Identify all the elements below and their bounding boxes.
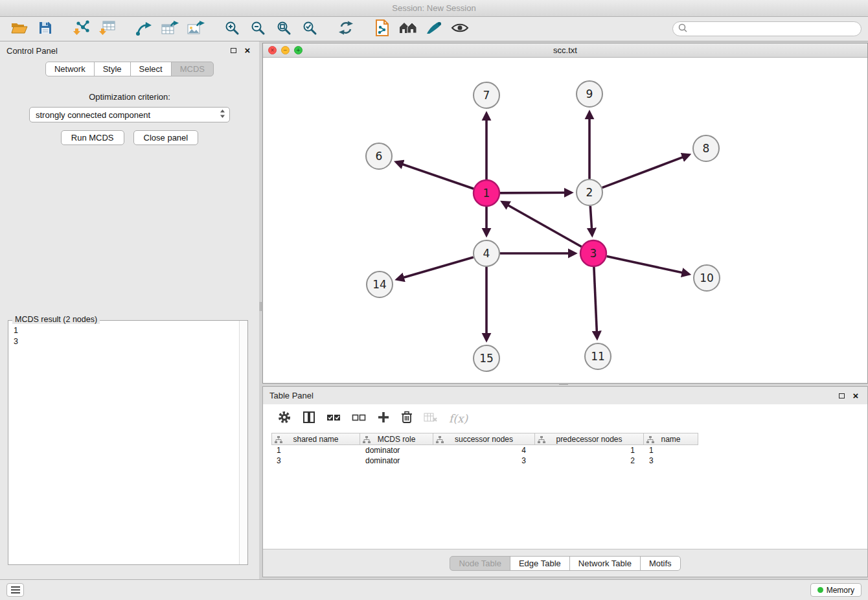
column-header-filler: [698, 433, 862, 445]
table-panel: Table Panel × f(x) shared nameMCDS roles…: [262, 386, 868, 577]
table-row[interactable]: 1dominator411: [271, 445, 862, 456]
tab-network-table[interactable]: Network Table: [569, 556, 641, 571]
table-cell[interactable]: 3: [644, 456, 698, 466]
tab-network[interactable]: Network: [45, 62, 95, 76]
result-scrollbar[interactable]: [239, 321, 247, 564]
table-cell[interactable]: dominator: [360, 445, 433, 456]
window-minimize-icon[interactable]: −: [281, 46, 290, 54]
horizontal-splitter[interactable]: [262, 384, 868, 386]
edge-1-2[interactable]: [500, 192, 571, 193]
edge-3-10[interactable]: [607, 257, 689, 275]
window-close-icon[interactable]: ×: [268, 46, 277, 54]
node-7[interactable]: 7: [474, 82, 499, 108]
tab-edge-table[interactable]: Edge Table: [510, 556, 570, 571]
import-network-button[interactable]: [69, 19, 95, 40]
table-cell[interactable]: 2: [535, 456, 644, 466]
select-all-button[interactable]: [326, 413, 341, 424]
column-header-successor-nodes[interactable]: successor nodes: [433, 433, 535, 445]
tab-node-table[interactable]: Node Table: [450, 556, 510, 571]
tab-mcds[interactable]: MCDS: [171, 62, 214, 76]
zoom-selected-button[interactable]: [297, 19, 323, 40]
select-all-icon: [326, 413, 341, 424]
apply-layout-button[interactable]: [333, 19, 359, 40]
column-header-name[interactable]: name: [643, 433, 698, 445]
close-panel-button[interactable]: Close panel: [133, 130, 199, 145]
memory-button[interactable]: Memory: [810, 583, 862, 597]
table-cell[interactable]: 1: [535, 445, 644, 456]
table-cell[interactable]: 4: [433, 445, 535, 456]
network-window-title: scc.txt: [553, 45, 577, 55]
zoom-fit-button[interactable]: [271, 19, 297, 40]
edge-3-1[interactable]: [502, 202, 581, 247]
network-file-button[interactable]: [369, 19, 395, 40]
float-table-panel-icon[interactable]: [836, 391, 847, 401]
table-cell[interactable]: 1: [644, 445, 698, 456]
export-image-button[interactable]: [183, 19, 209, 40]
table-cell[interactable]: dominator: [360, 456, 433, 466]
add-column-button[interactable]: [377, 411, 390, 426]
node-10[interactable]: 10: [694, 265, 720, 291]
import-table-button[interactable]: [95, 19, 120, 40]
search-input[interactable]: [691, 25, 856, 34]
open-file-button[interactable]: [6, 19, 32, 40]
node-6[interactable]: 6: [366, 143, 392, 169]
edge-2-3[interactable]: [590, 206, 592, 235]
svg-text:8: 8: [703, 142, 710, 155]
node-2[interactable]: 2: [577, 179, 602, 205]
node-14[interactable]: 14: [367, 271, 393, 297]
apply-style-button[interactable]: [421, 19, 447, 40]
float-panel-icon[interactable]: [228, 45, 238, 56]
node-9[interactable]: 9: [577, 81, 602, 107]
window-zoom-icon[interactable]: +: [294, 46, 303, 54]
table-panel-title: Table Panel: [269, 391, 832, 400]
edge-1-6[interactable]: [396, 162, 474, 189]
show-columns-button[interactable]: [303, 411, 315, 426]
memory-status-icon: [817, 587, 823, 593]
control-panel-tabs: NetworkStyleSelectMCDS: [0, 62, 259, 76]
export-network-button[interactable]: [131, 19, 157, 40]
table-cell[interactable]: 1: [271, 445, 360, 456]
edge-3-11[interactable]: [594, 267, 597, 338]
save-session-button[interactable]: [32, 19, 58, 40]
export-table-button[interactable]: [157, 19, 183, 40]
node-4[interactable]: 4: [474, 240, 499, 266]
edge-4-14[interactable]: [397, 257, 474, 279]
node-1[interactable]: 1: [474, 180, 499, 206]
tab-select[interactable]: Select: [130, 62, 172, 76]
column-header-MCDS-role[interactable]: MCDS role: [360, 433, 433, 445]
home-icon: [398, 21, 418, 38]
table-settings-button[interactable]: [277, 410, 291, 427]
node-15[interactable]: 15: [474, 345, 499, 371]
column-header-predecessor-nodes[interactable]: predecessor nodes: [534, 433, 644, 445]
column-header-shared-name[interactable]: shared name: [271, 433, 360, 445]
node-8[interactable]: 8: [693, 135, 719, 161]
optimization-criterion-select[interactable]: strongly connected component: [29, 107, 230, 122]
delete-column-button[interactable]: [401, 411, 413, 426]
svg-text:6: 6: [376, 150, 383, 163]
node-3[interactable]: 3: [580, 240, 606, 266]
run-mcds-button[interactable]: Run MCDS: [61, 130, 124, 145]
status-bar: Memory: [0, 579, 868, 600]
vertical-splitter[interactable]: [259, 41, 262, 579]
tab-style[interactable]: Style: [94, 62, 131, 76]
node-11[interactable]: 11: [585, 343, 611, 369]
tab-motifs[interactable]: Motifs: [640, 556, 681, 571]
deselect-all-button[interactable]: [352, 413, 366, 424]
edge-2-8[interactable]: [602, 155, 689, 188]
table-row[interactable]: 3dominator323: [271, 456, 862, 466]
close-panel-icon[interactable]: ×: [242, 45, 253, 56]
network-canvas[interactable]: 7968124310141511: [263, 58, 866, 382]
menu-button[interactable]: [6, 583, 24, 597]
zoom-fit-icon: [276, 20, 291, 38]
zoom-out-button[interactable]: [245, 19, 271, 40]
close-table-panel-icon[interactable]: ×: [851, 391, 861, 401]
svg-text:14: 14: [372, 278, 387, 291]
application-window: Session: New Session: [0, 0, 868, 600]
hamburger-icon: [11, 584, 20, 596]
zoom-in-button[interactable]: [219, 19, 245, 40]
table-cell[interactable]: 3: [271, 456, 360, 466]
table-cell[interactable]: 3: [433, 456, 535, 466]
column-header-label: predecessor nodes: [556, 435, 622, 444]
show-hide-graphics-button[interactable]: [447, 19, 473, 40]
home-view-button[interactable]: [395, 19, 421, 40]
